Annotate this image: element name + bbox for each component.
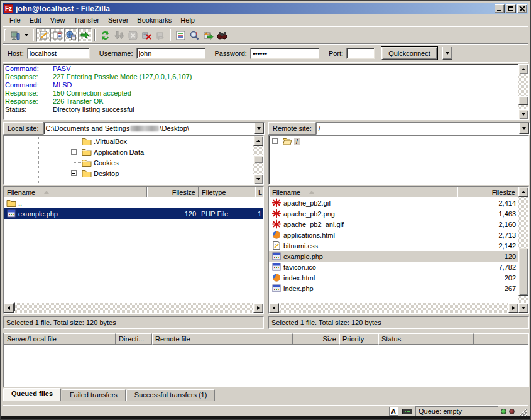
compare-directories-button[interactable] — [187, 28, 201, 42]
remote-list-vertical-scrollbar[interactable] — [518, 187, 528, 313]
queue-body[interactable] — [4, 345, 528, 387]
file-row[interactable]: favicon.ico 7,782 — [269, 262, 518, 272]
scroll-thumb[interactable] — [14, 302, 15, 311]
scroll-up-button[interactable] — [518, 187, 528, 197]
scroll-track[interactable] — [253, 146, 263, 174]
maximize-button[interactable] — [506, 4, 516, 13]
tree-item-desktop[interactable]: Desktop — [4, 168, 253, 179]
speed-limits-indicator[interactable] — [402, 407, 413, 416]
scroll-track[interactable] — [518, 197, 528, 303]
tree-item-application-data[interactable]: Application Data — [4, 146, 253, 157]
column-header-server-local-file[interactable]: Server/Local file — [4, 333, 116, 345]
scroll-left-button[interactable] — [269, 303, 279, 313]
scroll-down-button[interactable] — [518, 109, 528, 119]
local-site-combo[interactable]: C:\Documents and Settings\Desktop\ — [43, 122, 265, 135]
username-input[interactable] — [136, 48, 205, 59]
transfer-type-indicator[interactable]: A — [388, 407, 399, 416]
file-row-selected[interactable]: example.php 120 — [269, 251, 518, 262]
log-vertical-scrollbar[interactable] — [518, 64, 528, 119]
column-header-priority[interactable]: Priority — [339, 333, 378, 345]
scroll-up-button[interactable] — [253, 136, 263, 146]
file-row[interactable]: index.php 267 — [269, 283, 518, 294]
toggle-transfer-queue-button[interactable] — [78, 28, 92, 42]
local-list-horizontal-scrollbar[interactable] — [4, 303, 263, 313]
scroll-thumb[interactable] — [253, 155, 263, 163]
column-header-size[interactable]: Size — [293, 333, 339, 345]
column-header-filesize[interactable]: Filesize — [457, 187, 518, 197]
file-row-example-php[interactable]: example.php 120 PHP File 1 — [4, 208, 263, 219]
pane-splitter[interactable] — [264, 122, 268, 185]
expand-plus-icon[interactable] — [272, 138, 278, 144]
local-tree-vertical-scrollbar[interactable] — [253, 136, 263, 184]
toggle-directory-trees-button[interactable] — [50, 28, 64, 42]
synchronized-browsing-button[interactable] — [201, 28, 215, 42]
file-row[interactable]: index.html 202 — [269, 272, 518, 283]
scroll-thumb[interactable] — [518, 96, 528, 105]
remote-list-horizontal-scrollbar[interactable] — [269, 303, 518, 313]
menu-view[interactable]: View — [46, 15, 70, 25]
minimize-button[interactable] — [495, 4, 505, 13]
column-header-status[interactable]: Status — [378, 333, 474, 345]
port-input[interactable] — [346, 48, 375, 59]
tree-item-root[interactable]: / — [269, 136, 528, 146]
column-header-filename[interactable]: Filename — [269, 187, 457, 197]
quickconnect-button[interactable]: Quickconnect — [381, 47, 437, 60]
scroll-track[interactable] — [518, 74, 528, 109]
remote-list-body[interactable]: apache_pb2.gif 2,414 apache_pb2.png 1,46… — [269, 197, 518, 303]
pane-splitter[interactable] — [264, 186, 268, 314]
site-manager-dropdown-button[interactable] — [22, 28, 30, 42]
process-queue-button[interactable] — [112, 28, 126, 42]
scroll-thumb[interactable] — [279, 302, 280, 311]
column-header-direction[interactable]: Directi... — [116, 333, 152, 345]
menu-file[interactable]: File — [5, 15, 25, 25]
host-input[interactable] — [27, 48, 90, 59]
menu-edit[interactable]: Edit — [25, 15, 46, 25]
local-site-dropdown-button[interactable] — [254, 123, 264, 134]
cancel-operation-button[interactable] — [126, 28, 140, 42]
local-tree-area[interactable]: .VirtualBox Application Data Cookies — [4, 136, 253, 184]
expand-minus-icon[interactable] — [71, 170, 77, 176]
scroll-down-button[interactable] — [518, 303, 528, 313]
tab-successful-transfers[interactable]: Successful transfers (1) — [126, 389, 216, 401]
scroll-thumb[interactable] — [518, 248, 528, 296]
remote-site-dropdown-button[interactable] — [519, 123, 529, 134]
toggle-message-log-button[interactable] — [36, 28, 50, 42]
menu-bookmarks[interactable]: Bookmarks — [133, 15, 176, 25]
tree-item-virtualbox[interactable]: .VirtualBox — [4, 136, 253, 146]
local-list-body[interactable]: .. example.php 120 PHP File 1 — [4, 197, 263, 303]
tree-item-cookies[interactable]: Cookies — [4, 157, 253, 168]
scroll-right-button[interactable] — [508, 303, 518, 313]
tab-failed-transfers[interactable]: Failed transfers — [62, 389, 126, 401]
scroll-left-button[interactable] — [4, 303, 14, 313]
file-row[interactable]: applications.html 2,713 — [269, 229, 518, 240]
scroll-track[interactable] — [14, 303, 253, 313]
file-row[interactable]: apache_pb2.gif 2,414 — [269, 197, 518, 208]
column-header-remote-file[interactable]: Remote file — [152, 333, 293, 345]
filter-button[interactable] — [173, 28, 187, 42]
find-files-button[interactable] — [215, 28, 229, 42]
remote-tree-area[interactable]: / — [269, 136, 528, 184]
disconnect-button[interactable] — [140, 28, 153, 42]
password-input[interactable] — [250, 48, 319, 59]
toggle-remote-tree-button[interactable] — [64, 28, 78, 42]
remote-site-combo[interactable]: / — [316, 122, 530, 135]
column-header-lastmodified[interactable]: L — [255, 187, 263, 197]
refresh-button[interactable] — [98, 28, 112, 42]
file-row[interactable]: apache_pb2_ani.gif 2,160 — [269, 219, 518, 229]
reconnect-button[interactable] — [153, 28, 167, 42]
close-button[interactable] — [517, 4, 527, 13]
tab-queued-files[interactable]: Queued files — [3, 388, 61, 401]
scroll-down-button[interactable] — [253, 174, 263, 184]
column-header-filetype[interactable]: Filetype — [199, 187, 255, 197]
scroll-right-button[interactable] — [253, 303, 263, 313]
menu-server[interactable]: Server — [104, 15, 133, 25]
window-resize-grip[interactable] — [518, 407, 527, 416]
menu-help[interactable]: Help — [176, 15, 199, 25]
column-header-filesize[interactable]: Filesize — [147, 187, 199, 197]
file-row[interactable]: bitnami.css 2,142 — [269, 240, 518, 251]
menu-transfer[interactable]: Transfer — [69, 15, 104, 25]
expand-plus-icon[interactable] — [71, 149, 77, 155]
file-row[interactable]: apache_pb2.png 1,463 — [269, 208, 518, 219]
scroll-track[interactable] — [279, 303, 508, 313]
file-row-parent-dir[interactable]: .. — [4, 197, 263, 208]
